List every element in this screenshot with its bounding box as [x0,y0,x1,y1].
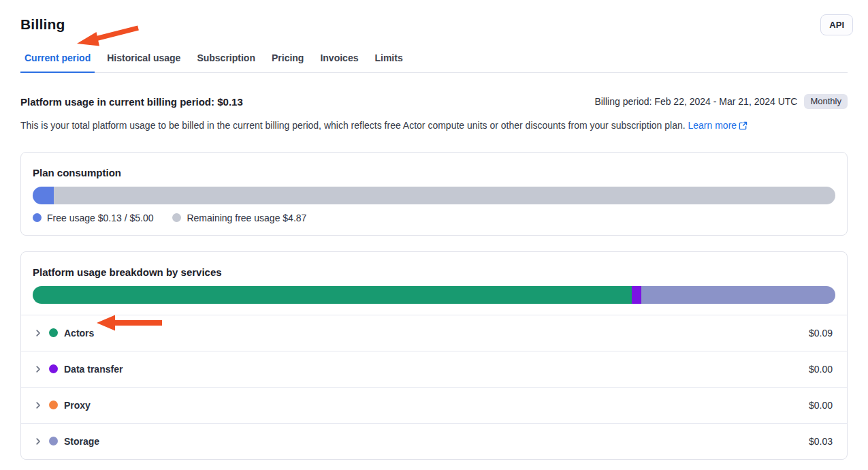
usage-description-text: This is your total platform usage to be … [20,120,686,131]
usage-breakdown-card: Platform usage breakdown by services Act… [20,251,848,460]
tab-subscription[interactable]: Subscription [193,46,259,73]
legend-item-free-usage: Free usage $0.13 / $5.00 [33,213,153,223]
tab-limits[interactable]: Limits [370,46,406,73]
remaining-usage-dot-icon [172,213,181,222]
legend-label: Remaining free usage $4.87 [187,213,306,223]
plan-consumption-bar [33,187,835,204]
chevron-right-icon[interactable] [34,401,42,409]
service-value: $0.00 [809,364,833,375]
bar-segment-storage [641,286,835,304]
service-row-data-transfer[interactable]: Data transfer $0.00 [21,351,847,387]
service-label: Proxy [64,400,91,411]
bar-segment-data-transfer [632,286,641,304]
service-label: Actors [64,328,94,339]
learn-more-link[interactable]: Learn more [688,120,748,131]
free-usage-dot-icon [33,213,42,222]
plan-consumption-legend: Free usage $0.13 / $5.00 Remaining free … [33,213,835,223]
service-row-storage[interactable]: Storage $0.03 [21,423,847,459]
page-title: Billing [20,16,65,33]
data-transfer-dot-icon [49,364,58,373]
plan-consumption-title: Plan consumption [33,167,835,178]
service-row-proxy[interactable]: Proxy $0.00 [21,387,847,423]
tab-invoices[interactable]: Invoices [316,46,362,73]
plan-consumption-card: Plan consumption Free usage $0.13 / $5.0… [20,152,848,236]
service-value: $0.03 [809,436,833,447]
usage-breakdown-bar [33,286,835,304]
chevron-right-icon[interactable] [34,365,42,373]
usage-breakdown-title: Platform usage breakdown by services [33,266,835,278]
tab-current-period[interactable]: Current period [20,46,95,73]
service-value: $0.09 [809,328,833,339]
billing-period-text: Billing period: Feb 22, 2024 - Mar 21, 2… [594,96,797,107]
tab-pricing[interactable]: Pricing [268,46,308,73]
tab-historical-usage[interactable]: Historical usage [103,46,184,73]
chevron-right-icon[interactable] [34,437,42,445]
bar-segment-free-usage [33,187,54,204]
page-header: Billing API [20,0,848,35]
period-summary-row: Platform usage in current billing period… [20,94,848,109]
billing-tabs: Current period Historical usage Subscrip… [20,46,848,73]
usage-total-heading: Platform usage in current billing period… [20,96,243,108]
external-link-icon [739,121,748,134]
bar-segment-actors [33,286,632,304]
bar-segment-remaining [54,187,835,204]
service-rows: Actors $0.09 Data transfer $0.00 Proxy $… [21,315,847,459]
service-value: $0.00 [809,400,833,411]
legend-item-remaining: Remaining free usage $4.87 [172,213,306,223]
service-label: Storage [64,436,99,447]
chevron-right-icon[interactable] [34,329,42,337]
usage-description: This is your total platform usage to be … [20,119,848,134]
storage-dot-icon [49,437,58,445]
billing-period-group: Billing period: Feb 22, 2024 - Mar 21, 2… [594,94,848,109]
proxy-dot-icon [49,401,58,409]
service-label: Data transfer [64,364,123,375]
actors-dot-icon [49,328,58,337]
billing-cycle-badge: Monthly [804,94,848,109]
legend-label: Free usage $0.13 / $5.00 [47,213,153,223]
billing-page: Billing API Current period Historical us… [0,0,868,460]
api-button[interactable]: API [820,14,853,35]
service-row-actors[interactable]: Actors $0.09 [21,315,847,351]
